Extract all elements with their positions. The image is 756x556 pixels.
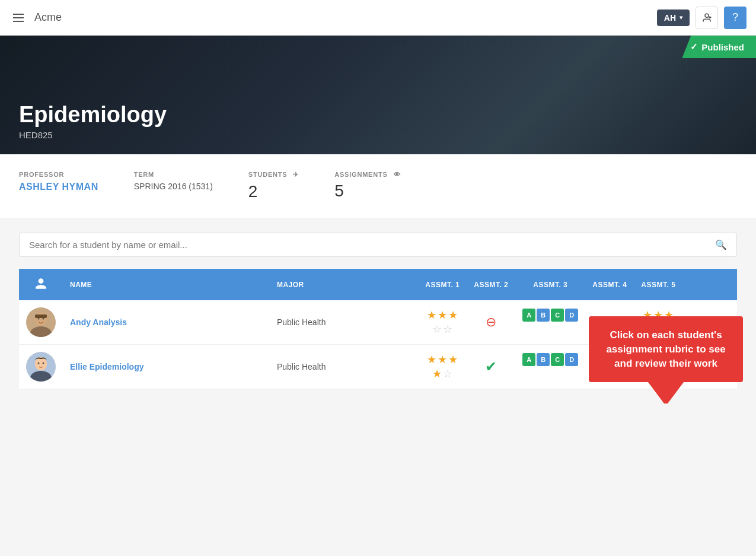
assmt2-cell[interactable]: ✔ [467,345,515,389]
star-4: ★ [432,367,442,380]
student-name[interactable]: Andy Analysis [70,317,127,327]
assmt3-cell[interactable]: ABCDF [515,345,585,389]
svg-point-13 [35,357,47,370]
nav-right: AH ▾ ? [657,7,747,29]
add-user-button[interactable] [696,7,718,29]
assignments-label: ASSIGNMENTS 👁 [334,171,400,178]
professor-block: PROFESSOR ASHLEY HYMAN [19,171,98,192]
rubric-cell-A[interactable]: A [522,309,535,322]
th-name: NAME [63,269,270,300]
rubric-cell-A[interactable]: A [522,353,535,366]
top-nav: Acme AH ▾ ? [0,0,756,36]
th-assmt2: ASSMT. 2 [467,269,515,300]
rubric-cell-D[interactable]: D [565,309,578,322]
star-5: ☆ [443,323,452,336]
svg-rect-9 [35,314,47,318]
svg-point-14 [38,363,40,364]
th-assmt1: ASSMT. 1 [418,269,467,300]
th-major: MAJOR [270,269,418,300]
major-cell: Public Health [270,300,418,345]
assmt1-cell[interactable]: ★★★☆☆ [418,300,467,345]
students-block: STUDENTS ✈ 2 [248,171,299,201]
th-assmt5: ASSMT. 5 [634,269,682,300]
term-value: SPRING 2016 (1531) [134,182,213,191]
rubric-cell-B[interactable]: B [537,353,550,366]
star-2: ★ [438,309,447,322]
course-title: Epidemiology [19,103,167,128]
star-3: ★ [448,353,458,366]
name-cell: Ellie Epidemiology [63,345,270,389]
th-assmt3: ASSMT. 3 [515,269,585,300]
rubric-grid[interactable]: ABCDF [522,353,578,380]
avatar-cell [19,300,63,345]
assmt1-cell[interactable]: ★★★★☆ [418,345,467,389]
major-cell: Public Health [270,345,418,389]
published-label: Published [701,42,744,52]
hero-banner: Epidemiology HED825 ✓ Published [0,36,756,154]
th-actions [682,269,737,300]
students-label: STUDENTS ✈ [248,171,299,179]
check-icon: ✓ [690,42,698,52]
eye-icon: 👁 [394,171,401,178]
hero-text: Epidemiology HED825 [19,103,167,140]
minus-icon: ⊖ [486,314,496,329]
rubric-cell-D[interactable]: D [565,353,578,366]
rubric-cell-f[interactable]: F [537,323,564,336]
course-code: HED825 [19,130,167,140]
star-1: ★ [427,353,436,366]
term-label: TERM [134,171,213,178]
assmt2-cell[interactable]: ⊖ [467,300,515,345]
professor-name[interactable]: ASHLEY HYMAN [19,182,98,192]
help-label: ? [732,11,738,24]
rubric-grid[interactable]: ABCDF [522,309,578,336]
professor-label: PROFESSOR [19,171,98,178]
help-button[interactable]: ? [724,7,747,29]
course-info: PROFESSOR ASHLEY HYMAN TERM SPRING 2016 … [0,154,756,218]
nav-left: Acme [9,10,62,26]
tooltip-text: Click on each student's assignment rubri… [606,329,725,369]
th-assmt4: ASSMT. 4 [585,269,634,300]
avatar-cell [19,345,63,389]
rubric-cell-C[interactable]: C [551,353,564,366]
name-cell: Andy Analysis [63,300,270,345]
assignments-count: 5 [334,182,400,201]
table-container: Click on each student's assignment rubri… [19,269,737,389]
tooltip-overlay: Click on each student's assignment rubri… [589,316,743,382]
table-header-row: NAME MAJOR ASSMT. 1 ASSMT. 2 ASSMT. 3 AS… [19,269,737,300]
star-4: ☆ [432,323,442,336]
assmt1-stars: ★★★★☆ [425,353,460,380]
menu-icon[interactable] [9,10,27,26]
avatar [26,307,56,337]
tooltip-arrow [648,382,684,404]
star-2: ★ [438,353,447,366]
svg-point-15 [43,363,44,364]
star-3: ★ [448,309,458,322]
chevron-down-icon: ▾ [680,14,682,21]
user-initials: AH [664,13,676,23]
rubric-cell-f[interactable]: F [537,367,564,380]
check-icon: ✔ [485,358,497,374]
th-avatar [19,269,63,300]
svg-point-0 [705,14,709,17]
student-name[interactable]: Ellie Epidemiology [70,362,143,371]
rubric-cell-C[interactable]: C [551,309,564,322]
user-menu-button[interactable]: AH ▾ [657,9,690,26]
assignments-block: ASSIGNMENTS 👁 5 [334,171,400,201]
main-content: 🔍 Click on each student's assignment rub… [0,218,756,404]
star-1: ★ [427,309,436,322]
search-wrapper: 🔍 [19,233,737,257]
term-block: TERM SPRING 2016 (1531) [134,171,213,191]
published-badge: ✓ Published [682,36,756,58]
send-icon: ✈ [293,171,299,178]
assmt3-cell[interactable]: ABCDF [515,300,585,345]
students-count: 2 [248,182,299,201]
star-5: ☆ [443,367,452,380]
assmt1-stars: ★★★☆☆ [425,309,460,336]
search-input[interactable] [29,240,710,250]
avatar [26,352,56,382]
search-icon: 🔍 [715,239,727,250]
rubric-cell-B[interactable]: B [537,309,550,322]
app-title: Acme [34,11,62,24]
